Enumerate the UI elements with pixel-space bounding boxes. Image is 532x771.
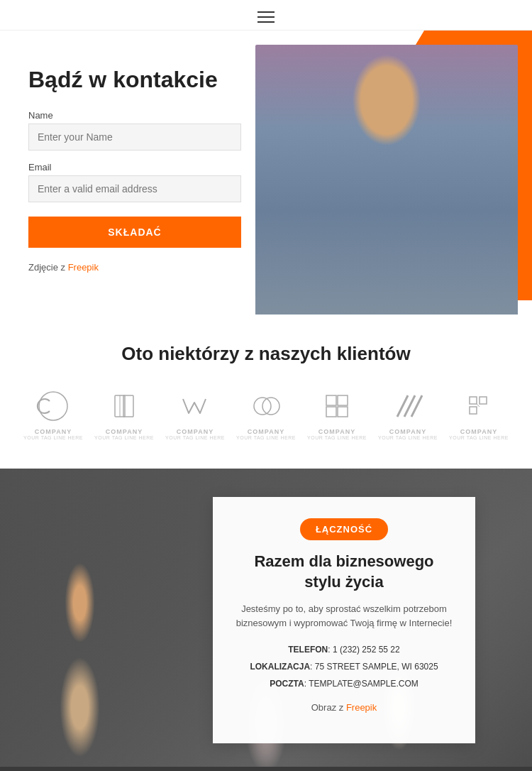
company-logo-1 — [34, 386, 73, 425]
contact-details: TELEFON: 1 (232) 252 55 22 LOKALIZACJA: … — [234, 641, 454, 692]
logo-sublabel-4: YOUR TAG LINE HERE — [236, 435, 296, 440]
freepik-link-2[interactable]: Freepik — [346, 702, 377, 713]
hamburger-line-1 — [257, 11, 275, 13]
location-row: LOKALIZACJA: 75 STREET SAMPLE, WI 63025 — [234, 658, 454, 675]
clients-section: Oto niektórzy z naszych klientów COMPANY… — [0, 315, 532, 469]
email-row: POCZTA: TEMPLATE@SAMPLE.COM — [234, 675, 454, 692]
name-label: Name — [28, 110, 241, 121]
team-description: Jesteśmy po to, aby sprostać wszelkim po… — [234, 602, 454, 630]
photo-credit: Zdjęcie z Freepik — [28, 262, 241, 273]
info-card: ŁĄCZNOŚĆ Razem dla biznesowego stylu życ… — [213, 497, 475, 743]
logo-sublabel-3: YOUR TAG LINE HERE — [165, 435, 225, 440]
hero-photo-inner — [255, 45, 518, 315]
list-item: COMPANY YOUR TAG LINE HERE — [307, 386, 367, 440]
svg-rect-6 — [326, 395, 336, 405]
svg-point-0 — [39, 392, 67, 420]
svg-rect-7 — [338, 395, 348, 405]
email-label: POCZTA — [270, 679, 304, 689]
logo-sublabel-2: YOUR TAG LINE HERE — [94, 435, 154, 440]
phone-value: 1 (232) 252 55 22 — [333, 645, 400, 655]
logo-sublabel-7: YOUR TAG LINE HERE — [449, 435, 509, 440]
name-input[interactable] — [28, 124, 241, 151]
contact-title: Bądź w kontakcie — [28, 66, 241, 93]
clients-title: Oto niektórzy z naszych klientów — [21, 343, 511, 365]
team-badge: ŁĄCZNOŚĆ — [300, 518, 388, 540]
svg-rect-15 — [470, 407, 477, 414]
submit-button[interactable]: SKŁADAĆ — [28, 217, 241, 248]
photo-credit-2: Obraz z Freepik — [234, 701, 454, 715]
logo-label-2: COMPANY — [106, 428, 143, 435]
contact-form-area: Bądź w kontakcie Name Email SKŁADAĆ Zdję… — [28, 66, 241, 273]
name-form-group: Name — [28, 110, 241, 151]
svg-rect-13 — [470, 397, 477, 404]
email-form-group: Email — [28, 162, 241, 202]
freepik-link[interactable]: Freepik — [68, 262, 99, 273]
contact-section: Bądź w kontakcie Name Email SKŁADAĆ Zdję… — [0, 31, 532, 315]
location-value: 75 STREET SAMPLE, WI 63025 — [315, 662, 438, 672]
email-value: TEMPLATE@SAMPLE.COM — [309, 679, 419, 689]
phone-row: TELEFON: 1 (232) 252 55 22 — [234, 641, 454, 658]
logo-sublabel-1: YOUR TAG LINE HERE — [23, 435, 83, 440]
logo-label-6: COMPANY — [389, 428, 426, 435]
logo-label-1: COMPANY — [35, 428, 72, 435]
location-label: LOKALIZACJA — [250, 662, 310, 672]
email-input[interactable] — [28, 175, 241, 202]
hamburger-menu[interactable] — [257, 11, 275, 23]
logo-label-3: COMPANY — [177, 428, 214, 435]
email-label: Email — [28, 162, 241, 173]
company-logo-7 — [460, 386, 499, 425]
clients-logos: COMPANY YOUR TAG LINE HERE COMPANY YOUR … — [21, 386, 511, 440]
company-logo-3 — [176, 386, 215, 425]
hamburger-line-2 — [257, 16, 275, 18]
hero-photo — [255, 45, 518, 315]
company-logo-5 — [318, 386, 357, 425]
logo-label-5: COMPANY — [318, 428, 355, 435]
svg-rect-14 — [480, 397, 487, 404]
list-item: COMPANY YOUR TAG LINE HERE — [23, 386, 84, 440]
company-logo-4 — [247, 386, 286, 425]
header — [0, 0, 532, 31]
list-item: COMPANY YOUR TAG LINE HERE — [94, 386, 155, 440]
logo-label-4: COMPANY — [248, 428, 284, 435]
list-item: COMPANY YOUR TAG LINE HERE — [236, 386, 297, 440]
team-title: Razem dla biznesowego stylu życia — [234, 552, 454, 592]
list-item: COMPANY YOUR TAG LINE HERE — [449, 386, 509, 440]
hero-image-area — [227, 31, 532, 315]
logo-sublabel-5: YOUR TAG LINE HERE — [307, 435, 367, 440]
svg-rect-8 — [326, 407, 336, 417]
svg-rect-9 — [338, 407, 348, 417]
logo-sublabel-6: YOUR TAG LINE HERE — [378, 435, 438, 440]
hamburger-line-3 — [257, 21, 275, 23]
footer: Sample text. Click to select the Text El… — [0, 767, 532, 771]
team-section: ŁĄCZNOŚĆ Razem dla biznesowego stylu życ… — [0, 469, 532, 767]
list-item: COMPANY YOUR TAG LINE HERE — [378, 386, 438, 440]
list-item: COMPANY YOUR TAG LINE HERE — [165, 386, 226, 440]
logo-label-7: COMPANY — [460, 428, 497, 435]
phone-label: TELEFON — [288, 645, 328, 655]
company-logo-2 — [105, 386, 144, 425]
company-logo-6 — [389, 386, 428, 425]
